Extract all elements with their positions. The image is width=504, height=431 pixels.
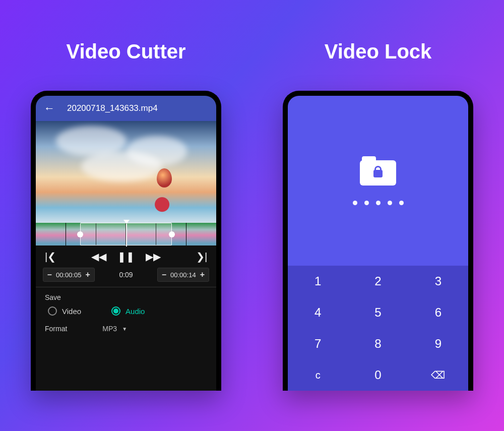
filename-label: 20200718_143633.mp4 [67, 103, 158, 113]
radio-mark-icon [48, 306, 57, 316]
keypad-3[interactable]: 3 [408, 266, 468, 297]
video-lock-headline: Video Lock [325, 40, 432, 63]
start-minus-icon[interactable]: – [47, 270, 52, 279]
radio-video[interactable]: Video [48, 306, 81, 316]
keypad-6[interactable]: 6 [408, 297, 468, 328]
app-bar: ← 20200718_143633.mp4 [36, 96, 216, 121]
end-plus-icon[interactable]: + [200, 270, 205, 279]
keypad-backspace[interactable]: ⌫ [408, 359, 468, 391]
pin-dot [388, 201, 392, 205]
video-preview[interactable] [36, 121, 216, 223]
pin-dot [364, 201, 369, 205]
phone-frame-cutter: ← 20200718_143633.mp4 ❯| [31, 91, 221, 391]
locked-folder-icon [360, 156, 396, 186]
format-label: Format [45, 325, 67, 333]
radio-audio[interactable]: Audio [111, 306, 145, 316]
pause-icon[interactable]: ❚❚ [117, 251, 135, 263]
radio-audio-label: Audio [125, 307, 145, 316]
pin-dot [376, 201, 381, 205]
trim-handle-start[interactable] [77, 231, 83, 237]
pin-dot [353, 201, 357, 205]
start-time-stepper: – 00:00:05 + [43, 268, 95, 282]
pin-keypad: 123456789c0⌫ [288, 266, 468, 391]
save-label: Save [45, 293, 207, 301]
keypad-4[interactable]: 4 [288, 297, 348, 328]
pin-dot [399, 201, 404, 205]
prev-clip-icon[interactable]: ❯| [45, 251, 56, 263]
balloon-graphic [157, 168, 172, 188]
end-time-stepper: – 00:00:14 + [157, 268, 209, 282]
keypad-2[interactable]: 2 [348, 266, 408, 297]
keypad-9[interactable]: 9 [408, 328, 468, 359]
keypad-0[interactable]: 0 [348, 359, 408, 391]
chevron-down-icon: ▼ [122, 326, 127, 332]
back-icon[interactable]: ← [44, 102, 55, 115]
phone-frame-lock: 123456789c0⌫ [283, 91, 473, 391]
keypad-8[interactable]: 8 [348, 328, 408, 359]
end-time-value: 00:00:14 [170, 271, 196, 279]
pin-dots [353, 201, 404, 205]
cutter-screen: ← 20200718_143633.mp4 ❯| [36, 96, 216, 391]
keypad-1[interactable]: 1 [288, 266, 348, 297]
trim-handle-end[interactable] [169, 231, 175, 237]
lock-top [288, 96, 468, 266]
keypad-clear[interactable]: c [288, 359, 348, 391]
save-section: Save Video Audio Format [36, 287, 216, 333]
format-value: MP3 [102, 325, 117, 333]
rewind-icon[interactable]: ◀◀ [91, 251, 106, 263]
end-minus-icon[interactable]: – [162, 270, 166, 279]
forward-icon[interactable]: ▶▶ [146, 251, 161, 263]
format-row: Format MP3 ▼ [45, 325, 207, 333]
timeline[interactable] [36, 223, 216, 245]
keypad-5[interactable]: 5 [348, 297, 408, 328]
keypad-7[interactable]: 7 [288, 328, 348, 359]
start-plus-icon[interactable]: + [86, 270, 90, 279]
time-row: – 00:00:05 + 0:09 – 00:00:14 + [36, 266, 216, 287]
playhead[interactable] [123, 220, 130, 247]
next-clip-icon[interactable]: |❮ [196, 251, 207, 263]
playback-controls: ❯| ◀◀ ❚❚ ▶▶ |❮ [36, 245, 216, 266]
lock-screen: 123456789c0⌫ [288, 96, 468, 391]
start-time-value: 00:00:05 [56, 271, 82, 279]
current-time-value: 0:09 [119, 271, 133, 279]
format-dropdown[interactable]: MP3 ▼ [102, 325, 127, 333]
radio-mark-icon [111, 306, 120, 316]
video-cutter-column: Video Cutter ← 20200718_143633.mp4 [0, 0, 252, 431]
radio-video-label: Video [62, 307, 81, 316]
video-lock-column: Video Lock 123456789c0⌫ [252, 0, 504, 431]
video-cutter-headline: Video Cutter [66, 40, 185, 63]
